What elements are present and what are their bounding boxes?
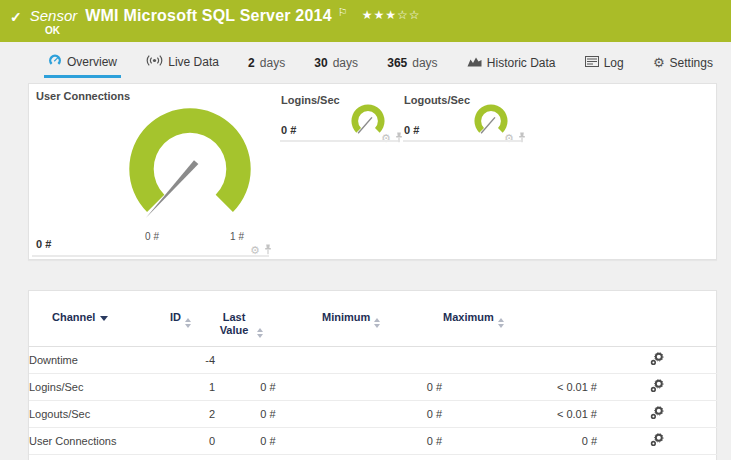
tab-log[interactable]: Log [581,56,628,78]
channel-last-value [215,347,321,374]
channel-name: Logouts/Sec [29,401,169,428]
pin-icon[interactable] [395,129,403,147]
channel-settings-icon[interactable] [650,352,664,368]
channel-id: 2 [169,401,215,428]
gauge-needle [358,117,372,133]
column-header-minimum[interactable]: Minimum [321,291,442,347]
log-list-icon [585,56,599,70]
channel-id: 1 [169,374,215,401]
channel-minimum: 0 # [321,374,442,401]
gauge-title-logouts: Logouts/Sec [404,94,470,106]
status-badge: OK [45,25,60,36]
status-ok-check-icon: ✓ [10,9,22,25]
tab-live-data[interactable]: Live Data [142,54,223,78]
sort-desc-icon [100,316,108,321]
channel-maximum: < 0.01 # [442,401,597,428]
tab-365-days[interactable]: 365 days [383,56,441,78]
gear-icon[interactable]: ⚙ [381,132,391,145]
tab-settings-label: Settings [670,56,713,70]
table-row-downtime: Downtime -4 [29,347,717,374]
tab-overview-label: Overview [67,55,117,69]
channel-settings-icon[interactable] [650,433,664,449]
user-connections-gauge [124,103,256,235]
object-kind-label: Sensor [30,7,78,24]
tab-overview[interactable]: Overview [44,54,121,78]
gauge-current-value: 0 # [281,124,296,136]
channel-minimum [321,347,442,374]
live-broadcast-icon [146,54,163,70]
column-header-channel[interactable]: Channel [29,291,169,347]
table-row-user-connections: User Connections 0 0 # 0 # 0 # [29,428,717,455]
gauge-title-user-connections: User Connections [36,90,130,102]
gauge-current-value: 0 # [404,124,419,136]
table-header-row: Channel ID Last Value Minimum Maximum [29,291,717,347]
tab-2-days[interactable]: 2 days [244,56,289,78]
pin-icon[interactable] [518,129,526,147]
channel-minimum: 0 # [321,401,442,428]
gauge-current-value: 0 # [36,238,51,250]
channel-id: 0 [169,428,215,455]
gear-icon: ⚙ [653,55,665,70]
channel-name: User Connections [29,428,169,455]
sensor-header: ✓ Sensor WMI Microsoft SQL Server 2014 ⚐… [0,0,731,42]
priority-stars[interactable]: ★★★☆☆ [362,8,421,22]
column-header-id[interactable]: ID [169,291,215,347]
column-header-actions [597,291,717,347]
divider [32,255,269,257]
sort-icon [498,318,504,328]
tab-live-data-label: Live Data [168,55,219,69]
tab-log-label: Log [604,56,624,70]
sort-icon [185,318,191,328]
gauges-panel: User Connections 0 # 1 # 0 # ⚙ Logins/Se… [28,83,717,260]
channel-last-value: 0 # [215,401,321,428]
tab-historic-data-label: Historic Data [487,56,556,70]
tab-bar: Overview Live Data 2 days 30 days 365 da… [0,42,731,78]
tab-30-days[interactable]: 30 days [310,56,362,78]
divider [403,140,521,142]
sensor-title: WMI Microsoft SQL Server 2014 [85,7,331,25]
column-header-maximum[interactable]: Maximum [442,291,597,347]
table-row-logouts: Logouts/Sec 2 0 # 0 # < 0.01 # [29,401,717,428]
flag-icon[interactable]: ⚐ [338,6,348,19]
table-row-logins: Logins/Sec 1 0 # 0 # < 0.01 # [29,374,717,401]
channel-name: Logins/Sec [29,374,169,401]
tab-settings[interactable]: ⚙ Settings [649,55,717,78]
divider [280,140,398,142]
gauge-icon [48,54,62,70]
channel-maximum [442,347,597,374]
channel-maximum: < 0.01 # [442,374,597,401]
channel-last-value: 0 # [215,428,321,455]
channel-name: Downtime [29,347,169,374]
channel-last-value: 0 # [215,374,321,401]
sort-icon [374,318,380,328]
channel-maximum: 0 # [442,428,597,455]
channel-id: -4 [169,347,215,374]
gauge-needle [481,117,495,133]
gauge-footer-icons: ⚙ [381,129,403,147]
gauge-footer-icons: ⚙ [504,129,526,147]
gauge-scale-min: 0 # [132,231,172,242]
area-chart-icon [467,56,482,70]
channel-settings-icon[interactable] [650,406,664,422]
channel-minimum: 0 # [321,428,442,455]
tab-historic-data[interactable]: Historic Data [463,56,560,78]
gear-icon[interactable]: ⚙ [504,132,514,145]
sort-icon [257,328,263,338]
gauge-title-logins: Logins/Sec [281,94,340,106]
column-header-last-value[interactable]: Last Value [215,291,321,347]
channel-table: Channel ID Last Value Minimum Maximum [29,291,717,455]
channel-settings-icon[interactable] [650,379,664,395]
channel-table-panel: Channel ID Last Value Minimum Maximum [28,290,717,460]
